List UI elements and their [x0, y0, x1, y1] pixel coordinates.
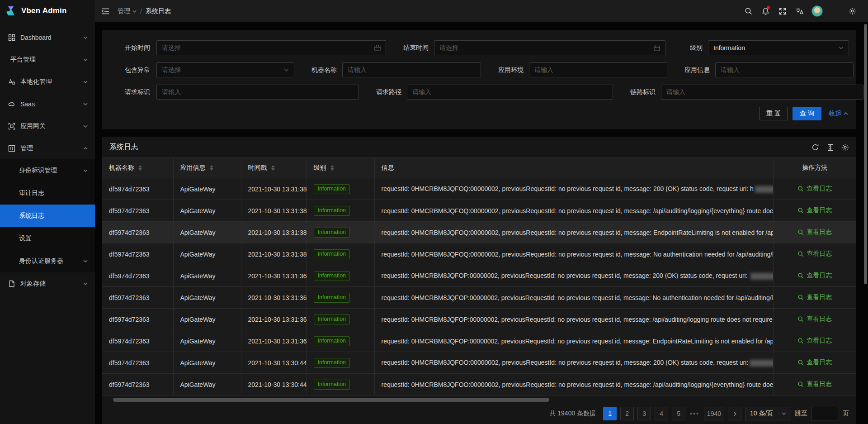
app-title: Vben Admin	[21, 6, 67, 15]
sidebar-item-audit-logs[interactable]: 审计日志	[0, 182, 95, 205]
column-header-level[interactable]: 级别	[307, 158, 374, 178]
level-label: 级别	[690, 44, 703, 52]
query-button[interactable]: 查 询	[793, 107, 821, 120]
page-button-1[interactable]: 1	[603, 407, 617, 420]
page-button-last[interactable]: 1940	[704, 407, 724, 420]
sidebar-item-management[interactable]: 管理	[0, 137, 95, 159]
sidebar-item-system-logs[interactable]: 系统日志	[0, 205, 95, 227]
chevron-up-icon	[83, 147, 88, 150]
sidebar-item-gateway[interactable]: 应用网关	[0, 115, 95, 137]
collapse-toggle[interactable]: 收起	[829, 110, 848, 118]
view-log-link[interactable]: 查看日志	[797, 380, 832, 388]
start-time-input[interactable]: 请选择	[156, 40, 386, 55]
sort-icon[interactable]	[271, 165, 275, 171]
search-icon	[797, 272, 804, 279]
gear-icon[interactable]	[844, 0, 860, 22]
page-button-3[interactable]: 3	[637, 407, 651, 420]
search-icon	[797, 207, 804, 214]
sidebar-item-dashboard[interactable]: Dashboard	[0, 26, 95, 48]
notification-dot	[767, 6, 770, 9]
placeholder-text: 请输入	[721, 66, 740, 74]
system-log-table: 机器名称 应用信息 时间戳 级别 信息 操作方法 df5974d72363Api…	[102, 157, 856, 395]
machine-name-input[interactable]: 请输入	[342, 62, 481, 77]
pagination-ellipsis[interactable]: •••	[689, 410, 700, 417]
search-icon[interactable]	[741, 0, 756, 22]
machine-name-label: 机器名称	[302, 66, 337, 74]
view-log-link[interactable]: 查看日志	[797, 272, 832, 280]
jump-page-input[interactable]	[811, 407, 839, 420]
redacted-text	[755, 186, 773, 193]
placeholder-text: 请输入	[666, 88, 685, 96]
table-toolbar	[811, 143, 849, 151]
refresh-icon[interactable]	[811, 143, 819, 151]
page-suffix-label: 页	[843, 410, 849, 418]
sort-icon[interactable]	[210, 165, 213, 171]
placeholder-text: 请输入	[162, 88, 181, 96]
view-log-link[interactable]: 查看日志	[797, 206, 832, 214]
request-id-input[interactable]: 请输入	[156, 85, 359, 100]
vertical-scrollbar-thumb[interactable]	[864, 24, 867, 284]
sort-icon[interactable]	[330, 165, 334, 171]
sidebar-item-object-storage[interactable]: 对象存储	[0, 272, 95, 295]
trace-id-input[interactable]: 请输入	[661, 85, 863, 100]
app-info-input[interactable]: 请输入	[715, 62, 854, 77]
chevron-right-icon	[733, 411, 736, 416]
app-root: Vben Admin Dashboard 平台管理	[0, 0, 868, 424]
request-path-input[interactable]: 请输入	[407, 85, 613, 100]
topbar-icons	[741, 0, 860, 22]
column-header-machine[interactable]: 机器名称	[102, 158, 173, 178]
sidebar-item-label: 设置	[19, 234, 88, 243]
page-button-4[interactable]: 4	[655, 407, 668, 420]
placeholder-text: 请选择	[162, 66, 181, 74]
level-badge: Information	[314, 293, 350, 303]
search-icon	[797, 186, 804, 192]
horizontal-scrollbar-thumb[interactable]	[113, 398, 549, 402]
reset-button[interactable]: 重 置	[759, 107, 788, 120]
level-badge: Information	[314, 380, 350, 390]
sidebar-item-settings[interactable]: 设置	[0, 227, 95, 250]
view-log-link[interactable]: 查看日志	[797, 293, 832, 301]
translate-icon[interactable]	[792, 0, 807, 22]
view-log-link[interactable]: 查看日志	[797, 185, 832, 193]
column-settings-icon[interactable]	[841, 143, 849, 151]
column-header-app-info[interactable]: 应用信息	[173, 158, 241, 178]
page-button-5[interactable]: 5	[672, 407, 685, 420]
sidebar-item-identity-management[interactable]: 身份标识管理	[0, 159, 95, 182]
app-logo[interactable]: Vben Admin	[0, 0, 95, 22]
view-log-link[interactable]: 查看日志	[797, 315, 832, 323]
page-size-select[interactable]: 10 条/页	[745, 407, 791, 420]
sidebar-item-saas[interactable]: Saas	[0, 93, 95, 115]
search-icon	[797, 381, 804, 387]
sort-icon[interactable]	[138, 165, 142, 171]
page-button-2[interactable]: 2	[620, 407, 634, 420]
breadcrumb-current: 系统日志	[146, 7, 171, 15]
sidebar-item-platform[interactable]: 平台管理	[0, 48, 95, 71]
app-env-input[interactable]: 请输入	[529, 62, 667, 77]
sidebar-item-localization[interactable]: 本地化管理	[0, 71, 95, 93]
has-exception-select[interactable]: 请选择	[156, 62, 294, 77]
level-select[interactable]: Information	[708, 40, 849, 55]
bell-icon[interactable]	[758, 0, 773, 22]
view-log-link[interactable]: 查看日志	[797, 337, 832, 345]
management-icon	[8, 144, 15, 152]
column-header-timestamp[interactable]: 时间戳	[241, 158, 307, 178]
end-time-input[interactable]: 请选择	[434, 40, 665, 55]
row-height-icon[interactable]	[827, 144, 834, 151]
view-log-link[interactable]: 查看日志	[797, 228, 832, 236]
management-submenu: 身份标识管理 审计日志 系统日志 设置 身份认证服务器	[0, 159, 95, 272]
breadcrumb-section[interactable]: 管理	[118, 7, 137, 15]
filter-row-1: 开始时间 请选择 结束时间 请选择 级别 Information	[109, 40, 849, 55]
chevron-down-icon	[132, 10, 137, 13]
avatar[interactable]	[809, 0, 825, 22]
chevron-up-icon	[844, 112, 848, 115]
fullscreen-icon[interactable]	[775, 0, 790, 22]
table-header-row: 机器名称 应用信息 时间戳 级别 信息 操作方法	[102, 158, 856, 178]
view-log-link[interactable]: 查看日志	[797, 358, 832, 367]
next-page-button[interactable]	[728, 407, 741, 420]
calendar-icon	[374, 45, 381, 51]
sidebar-item-auth-server[interactable]: 身份认证服务器	[0, 250, 95, 272]
saas-icon	[8, 100, 15, 108]
menu-fold-icon[interactable]	[101, 8, 109, 15]
avatar-image	[811, 5, 823, 17]
view-log-link[interactable]: 查看日志	[797, 250, 832, 258]
